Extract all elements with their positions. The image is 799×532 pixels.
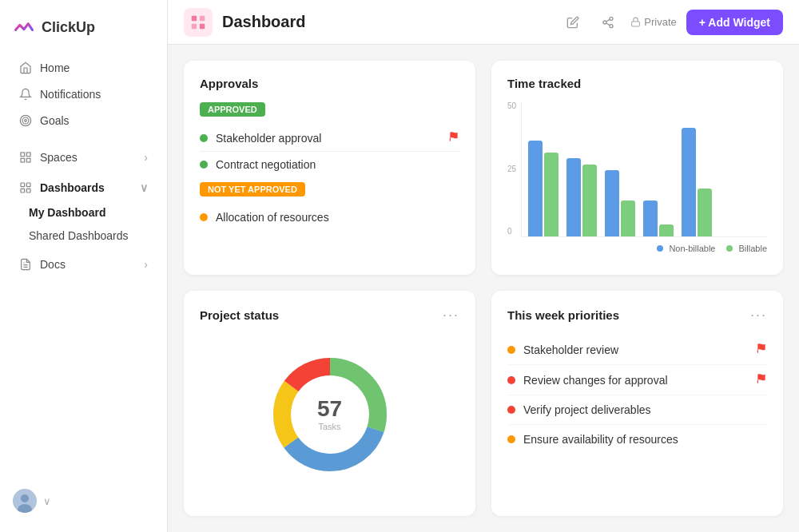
not-approved-badge: NOT YET APPROVED — [200, 182, 305, 197]
stakeholder-approval-label: Stakeholder approval — [216, 132, 321, 145]
dot-green-2 — [200, 161, 208, 169]
user-avatar[interactable] — [13, 489, 37, 513]
legend-dot-green — [726, 245, 733, 252]
bar-chart — [521, 101, 767, 237]
privacy-badge: Private — [630, 16, 676, 28]
approval-item-contract: Contract negotiation — [200, 152, 459, 177]
sidebar-item-home[interactable]: Home — [6, 55, 161, 81]
priority-item-1: Review changes for approval — [507, 365, 767, 395]
docs-label: Docs — [40, 258, 66, 271]
svg-rect-16 — [192, 15, 197, 20]
priority-flag-0 — [756, 343, 767, 356]
svg-point-0 — [20, 115, 30, 125]
priority-dot-1 — [507, 376, 515, 384]
sidebar-item-docs[interactable]: Docs › — [6, 252, 161, 277]
not-approved-items: Allocation of resources — [200, 204, 459, 230]
y-axis-labels: 50 25 0 — [507, 101, 521, 237]
bar-green-2 — [582, 165, 597, 236]
share-icon — [602, 16, 614, 29]
priority-label-0: Stakeholder review — [523, 343, 618, 356]
header-actions: Private + Add Widget — [560, 10, 783, 35]
sidebar-item-spaces[interactable]: Spaces › — [6, 145, 161, 170]
priorities-card: This week priorities ··· Stakeholder rev… — [491, 291, 783, 516]
legend-billable: Billable — [726, 244, 767, 253]
dot-green-1 — [200, 134, 208, 142]
donut-chart: 57 Tasks — [266, 351, 394, 478]
bar-group-1 — [528, 141, 559, 236]
content-grid: Approvals APPROVED Stakeholder approval … — [168, 45, 799, 532]
project-status-header: Project status ··· — [200, 307, 459, 324]
sidebar-item-shared-dashboards[interactable]: Shared Dashboards — [6, 224, 161, 247]
spaces-section: Spaces › — [0, 144, 167, 171]
approved-badge: APPROVED — [200, 102, 265, 117]
bar-group-2 — [566, 158, 597, 236]
svg-rect-9 — [21, 189, 25, 193]
bar-group-4 — [643, 200, 674, 236]
bar-green-3 — [621, 200, 635, 236]
share-button[interactable] — [595, 10, 621, 35]
project-status-more-button[interactable]: ··· — [443, 307, 459, 324]
dashboards-chevron: ∨ — [140, 181, 148, 194]
approvals-title: Approvals — [200, 77, 459, 90]
priority-item-3: Ensure availability of resources — [507, 425, 767, 454]
svg-rect-17 — [200, 15, 205, 20]
svg-line-24 — [606, 19, 610, 22]
dashboards-label: Dashboards — [40, 181, 105, 194]
svg-rect-19 — [200, 23, 205, 28]
allocation-label: Allocation of resources — [216, 211, 329, 224]
svg-line-23 — [606, 23, 610, 26]
sidebar-item-my-dashboard[interactable]: My Dashboard — [6, 201, 161, 224]
priority-item-2: Verify project deliverables — [507, 395, 767, 425]
pencil-icon — [566, 16, 579, 29]
lock-icon — [630, 17, 641, 27]
flag-red-icon-1 — [756, 373, 767, 384]
priority-dot-3 — [507, 435, 515, 443]
svg-point-14 — [21, 494, 29, 502]
spaces-icon — [19, 151, 32, 164]
sidebar-bottom: ∨ — [0, 479, 167, 522]
svg-point-21 — [603, 21, 606, 24]
flag-red-icon-0 — [756, 343, 767, 354]
dashboard-icon-box — [184, 8, 213, 37]
priority-label-2: Verify project deliverables — [523, 403, 651, 416]
bar-blue-5 — [682, 128, 696, 236]
approvals-card: Approvals APPROVED Stakeholder approval … — [184, 61, 475, 275]
contract-label: Contract negotiation — [216, 158, 316, 171]
donut-text: 57 Tasks — [317, 398, 342, 431]
goals-icon — [19, 114, 32, 127]
priorities-header: This week priorities ··· — [507, 307, 767, 324]
dashboards-section: Dashboards ∨ My Dashboard Shared Dashboa… — [0, 174, 167, 248]
user-menu-chevron[interactable]: ∨ — [43, 495, 51, 507]
donut-label: Tasks — [317, 422, 342, 431]
svg-rect-25 — [632, 22, 640, 26]
legend-dot-blue — [657, 245, 663, 252]
sidebar-item-dashboards[interactable]: Dashboards ∨ — [6, 175, 161, 200]
sidebar-item-goals[interactable]: Goals — [6, 108, 161, 133]
svg-rect-10 — [26, 189, 30, 193]
bar-blue-4 — [643, 200, 658, 236]
privacy-label: Private — [644, 16, 676, 28]
app-name: ClickUp — [42, 19, 95, 36]
project-status-title: Project status — [200, 308, 279, 322]
chart-legend: Non-billable Billable — [507, 244, 767, 253]
page-header: Dashboard Private + Add Widget — [168, 0, 799, 45]
edit-button[interactable] — [560, 10, 586, 35]
bar-group-3 — [605, 170, 635, 236]
docs-icon — [19, 258, 32, 271]
svg-rect-3 — [21, 153, 25, 157]
dot-orange-1 — [200, 213, 208, 221]
svg-rect-5 — [26, 158, 30, 162]
page-title: Dashboard — [222, 13, 551, 31]
svg-point-1 — [22, 117, 29, 124]
bar-blue-3 — [605, 170, 619, 236]
add-widget-button[interactable]: + Add Widget — [686, 10, 783, 35]
svg-rect-6 — [21, 158, 25, 162]
docs-chevron: › — [144, 258, 148, 271]
notifications-label: Notifications — [40, 88, 101, 101]
priorities-more-button[interactable]: ··· — [750, 307, 767, 324]
sidebar-item-notifications[interactable]: Notifications — [6, 81, 161, 107]
home-label: Home — [40, 62, 70, 74]
sidebar: ClickUp Home Notifications Goals Spaces … — [0, 0, 168, 532]
svg-point-20 — [610, 17, 613, 20]
bar-blue-2 — [566, 158, 581, 236]
